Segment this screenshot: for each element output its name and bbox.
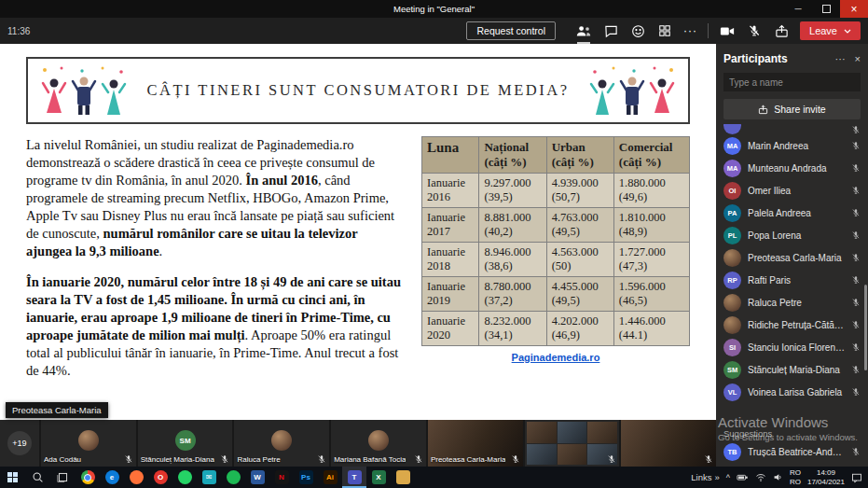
mic-muted-icon <box>124 454 133 464</box>
request-control-button[interactable]: Request control <box>466 21 556 40</box>
participant-row[interactable]: Ridiche Petruța-Cătălina <box>723 314 861 336</box>
tray-expand-icon[interactable]: ^ <box>726 473 730 482</box>
language-bottom: RO <box>790 478 801 486</box>
participant-row[interactable]: VLVoinea Larisa Gabriela <box>723 381 861 403</box>
tile-avatar <box>78 430 99 451</box>
taskbar-apps: eO✉WNPsAiTX <box>76 467 415 488</box>
leave-button[interactable]: Leave <box>800 21 861 40</box>
table-cell: 1.880.000 (49,6) <box>613 174 689 208</box>
share-invite-button[interactable]: Share invite <box>723 99 861 119</box>
maximize-button[interactable] <box>812 0 840 18</box>
taskbar-app-explorer[interactable] <box>391 467 415 488</box>
participant-name: Stănculeț Maria-Diana <box>748 365 845 375</box>
mic-muted-icon <box>220 454 229 464</box>
participant-row[interactable]: TBTrușcă Beatrice-Andreea <box>723 440 861 463</box>
participant-avatar: PA <box>723 204 741 222</box>
volume-icon[interactable] <box>773 472 783 482</box>
taskbar-app-firefox[interactable] <box>124 467 148 488</box>
taskbar-app-photoshop[interactable]: Ps <box>294 467 318 488</box>
share-screen-icon[interactable] <box>773 22 790 39</box>
taskbar-app-opera[interactable]: O <box>148 467 172 488</box>
mic-muted-icon <box>851 125 861 134</box>
mic-muted-icon <box>851 447 861 456</box>
participants-close-icon[interactable]: × <box>855 53 861 64</box>
participant-row[interactable]: OIOmer Iliea <box>723 179 861 202</box>
photoshop-icon: Ps <box>299 470 313 484</box>
netflix-icon: N <box>275 470 289 484</box>
participant-row[interactable]: Raluca Petre <box>723 291 861 314</box>
taskbar-app-spotify[interactable] <box>221 467 245 488</box>
table-cell: 1.446.000 (44.1) <box>613 312 689 346</box>
participant-avatar: RP <box>723 272 741 289</box>
participant-name: Voinea Larisa Gabriela <box>748 387 845 397</box>
media-consumption-table: LunaNațional (câți %)Urban (câți %)Comer… <box>421 136 690 346</box>
task-view-button[interactable] <box>50 467 76 488</box>
tile-name-label: Ada Codâu <box>44 455 81 464</box>
taskbar-app-teams[interactable]: T <box>342 467 366 488</box>
taskbar-app-edge[interactable]: e <box>100 467 124 488</box>
celebration-illustration-left <box>37 64 131 117</box>
windows-taskbar: eO✉WNPsAiTX Links » ^ RO RO 14:09 17/04/… <box>0 467 868 488</box>
wifi-icon[interactable] <box>755 472 766 482</box>
table-cell: 1.596.000 (46,5) <box>613 277 689 312</box>
more-actions-icon[interactable]: ··· <box>683 24 697 37</box>
table-cell: 4.939.000 (50,7) <box>546 174 613 208</box>
paginademedia-link[interactable]: Paginademedia.ro <box>421 352 690 363</box>
taskbar-app-chrome[interactable] <box>76 467 100 488</box>
participant-avatar: SM <box>723 361 741 379</box>
participant-row[interactable]: RPRafti Paris <box>723 269 861 291</box>
close-button[interactable]: × <box>840 0 868 18</box>
participant-row[interactable]: MAMarin Andreea <box>723 134 861 157</box>
stage: CÂȚI TINERI SUNT CONSUMATORI DE MEDIA? <box>0 44 716 467</box>
participant-avatar: TB <box>723 443 741 461</box>
participant-name: Stanciu Ionica Florentina <box>748 342 845 353</box>
leave-options-chevron <box>844 29 851 34</box>
participants-scrollbar[interactable] <box>864 285 867 370</box>
video-tile[interactable]: Ada Codâu <box>41 420 136 467</box>
video-tile[interactable] <box>621 420 716 467</box>
start-button[interactable] <box>0 467 25 488</box>
chat-icon[interactable] <box>602 22 619 39</box>
links-toolbar[interactable]: Links » <box>691 472 719 482</box>
video-tile[interactable] <box>525 420 620 467</box>
participant-row[interactable]: SMStănculeț Maria-Diana <box>723 358 861 381</box>
video-tile[interactable]: Raluca Petre <box>234 420 329 467</box>
explorer-icon <box>396 470 410 484</box>
taskbar-app-excel[interactable]: X <box>366 467 391 488</box>
mic-muted-icon <box>851 320 861 329</box>
participant-row[interactable]: PAPalela Andreea <box>723 202 861 224</box>
participant-search-input[interactable] <box>723 73 861 91</box>
video-tile[interactable]: Mariana Bafană Tocia <box>331 420 426 467</box>
taskbar-app-word[interactable]: W <box>245 467 269 488</box>
gallery-videos <box>527 422 618 465</box>
participant-row[interactable]: PLPopa Lorena <box>723 224 861 246</box>
taskbar-app-whatsapp[interactable] <box>172 467 197 488</box>
minimize-button[interactable]: ─ <box>784 0 812 18</box>
participant-row[interactable]: Preoteasa Carla-Maria <box>723 246 861 269</box>
reactions-icon[interactable] <box>629 22 646 39</box>
table-cell: Ianuarie 2020 <box>422 312 479 346</box>
participant-row[interactable]: SIStanciu Ionica Florentina <box>723 336 861 358</box>
table-cell: 1.727.000 (47,3) <box>613 243 689 277</box>
taskbar-app-illustrator[interactable]: Ai <box>318 467 342 488</box>
camera-icon[interactable] <box>719 22 736 39</box>
participant-name: Raluca Petre <box>748 298 845 308</box>
participant-row[interactable]: MAMunteanu Andrada <box>723 157 861 179</box>
action-center-icon[interactable] <box>851 472 862 483</box>
battery-icon[interactable] <box>737 472 749 482</box>
taskbar-clock[interactable]: 14:09 17/04/2021 <box>807 468 845 485</box>
breakout-rooms-icon[interactable] <box>656 22 673 39</box>
mic-muted-icon[interactable] <box>746 22 763 39</box>
participants-toggle-icon[interactable] <box>575 22 592 39</box>
participant-row[interactable] <box>723 124 861 134</box>
taskbar-app-netflix[interactable]: N <box>269 467 294 488</box>
taskbar-app-mail[interactable]: ✉ <box>197 467 221 488</box>
search-button[interactable] <box>25 467 50 488</box>
video-tile[interactable]: SMStănculeț Maria-Diana <box>138 420 233 467</box>
language-indicator[interactable]: RO RO <box>790 468 801 485</box>
participants-more-icon[interactable]: ··· <box>835 53 846 64</box>
overflow-participants-tile[interactable]: +19 <box>0 420 39 467</box>
table-cell: 4.763.000 (49,5) <box>546 208 613 243</box>
overflow-count: +19 <box>7 431 32 455</box>
video-tile[interactable]: Preoteasa Carla-Maria <box>428 420 523 467</box>
